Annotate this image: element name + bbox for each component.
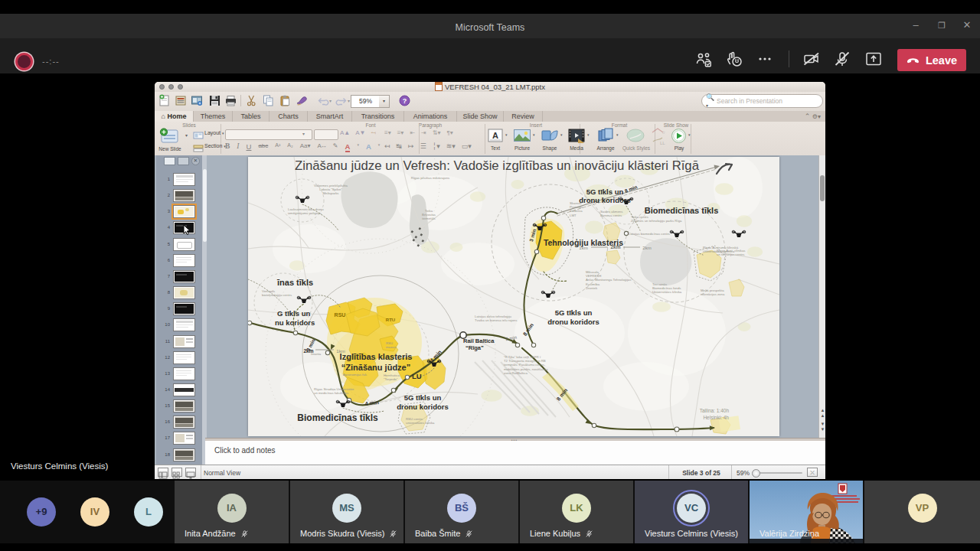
slide-thumbnail-8[interactable] — [173, 286, 195, 299]
ribbon-tab-review[interactable]: Review — [504, 111, 543, 122]
overflow-avatar-L[interactable]: L — [134, 497, 163, 527]
ribbon-tab-themes[interactable]: Themes — [194, 111, 233, 122]
redo-button[interactable] — [335, 94, 348, 107]
slide-sorter-view-button[interactable] — [172, 468, 182, 477]
normal-view-button[interactable] — [158, 468, 168, 477]
slide-thumbnail-10[interactable] — [173, 318, 195, 331]
new-presentation-button[interactable] — [158, 94, 172, 107]
paste-button[interactable] — [279, 94, 292, 107]
slide-canvas[interactable]: Zināšanu jūdze un Vefresh: Vadošie izglī… — [248, 157, 779, 436]
minimize-button[interactable]: – — [903, 14, 929, 38]
close-panel-button[interactable]: ✕ — [191, 157, 200, 165]
editor-scrollbar[interactable]: ▲▲ ▼▼ — [818, 155, 825, 438]
participant-tile-viesturs-celmins-viesis[interactable]: VCViesturs Celmins (Viesis) — [635, 481, 748, 543]
leave-button[interactable]: Leave — [897, 49, 966, 71]
map-label: RSU — [335, 312, 346, 318]
ribbon-tab-animations[interactable]: Animations — [404, 111, 457, 122]
ribbon-collapse-and-settings[interactable]: ⌃ ⚙▾ — [805, 111, 821, 122]
editor-scrollbar-thumb[interactable] — [820, 175, 825, 201]
section-button[interactable]: Section ▾ — [204, 143, 226, 148]
zoom-slider-knob[interactable] — [752, 469, 760, 478]
insert-media-button[interactable] — [567, 128, 586, 143]
new-slide-dropdown: ▾ — [185, 132, 188, 138]
cut-button[interactable] — [245, 94, 258, 107]
font-name-field[interactable] — [225, 129, 312, 140]
close-button[interactable]: ✕ — [954, 14, 980, 38]
copy-button[interactable] — [262, 94, 275, 107]
ppt-title-bar[interactable]: VEFRESH 04_03_21 LMT.pptx — [155, 82, 825, 93]
quick-styles-button[interactable] — [626, 128, 645, 143]
ribbon-tab-home[interactable]: ⌂ Home — [155, 111, 194, 122]
previous-slide-button[interactable]: ▲▲ — [819, 408, 825, 419]
show-participants-button[interactable] — [694, 50, 714, 68]
participant-tile-inita-and-ne[interactable]: IAInita Andžāne — [175, 481, 289, 543]
slide-thumbnail-18[interactable] — [173, 448, 195, 461]
slide-thumbnail-7[interactable] — [173, 270, 195, 283]
play-slideshow-button[interactable] — [671, 128, 687, 144]
slides-view-tab[interactable] — [164, 157, 175, 165]
insert-shape-button[interactable] — [541, 128, 559, 143]
mic-off-button[interactable] — [832, 50, 852, 68]
participant-tile-liene-kubi-us[interactable]: LKLiene Kubiļus — [520, 481, 633, 543]
ribbon-tab-transitions[interactable]: Transitions — [352, 111, 404, 122]
slide-thumbnail-6[interactable] — [173, 254, 195, 267]
slide-thumbnail-12[interactable] — [173, 351, 195, 364]
ribbon-tab-slide-show[interactable]: Slide Show — [457, 111, 504, 122]
mic-muted-icon — [585, 530, 593, 538]
play-label: Play — [666, 145, 692, 151]
slide-thumbnail-4[interactable] — [173, 221, 195, 234]
slide-thumbnail-5[interactable] — [173, 238, 195, 251]
insert-picture-button[interactable] — [513, 128, 531, 143]
format-painter-button[interactable] — [296, 94, 309, 107]
search-in-presentation-field[interactable]: 🔍▾ Search in Presentation — [701, 94, 823, 108]
ribbon-tab-smartart[interactable]: SmartArt — [308, 111, 352, 122]
font-size-field[interactable] — [314, 129, 338, 140]
slide-thumbnail-2[interactable] — [173, 189, 195, 202]
toolbar-zoom-value[interactable]: 59% — [351, 95, 381, 108]
slide-thumbnail-15[interactable] — [173, 399, 195, 412]
outline-view-tab[interactable] — [178, 157, 189, 165]
slideshow-view-button[interactable] — [185, 468, 196, 477]
print-button[interactable] — [224, 94, 237, 107]
reactions-button[interactable] — [724, 50, 744, 68]
paragraph-list-buttons[interactable]: ≡▾≡▾⇤⇥⇅▾¶▾ — [384, 129, 484, 136]
layout-button[interactable]: Layout ▾ — [204, 130, 224, 135]
ribbon-tab-tables[interactable]: Tables — [233, 111, 270, 122]
status-zoom-slider[interactable] — [755, 472, 802, 474]
thumbnail-number: 8 — [162, 290, 170, 295]
restore-button[interactable]: ❐ — [929, 14, 955, 38]
mic-muted-icon — [240, 530, 249, 538]
slide-thumbnail-13[interactable] — [173, 367, 195, 380]
slide-thumbnail-14[interactable] — [173, 383, 195, 396]
participant-tile-modris-skudra-viesis[interactable]: MSModris Skudra (Viesis) — [290, 481, 403, 543]
slide-thumbnail-11[interactable] — [173, 335, 195, 348]
toolbar-zoom-dropdown[interactable]: ▾ — [379, 95, 390, 108]
share-screen-button[interactable] — [864, 50, 884, 68]
new-slide-button[interactable] — [159, 128, 179, 145]
participant-tile-val-rija-zirdzi-a[interactable]: Valērija Zirdziņa — [750, 481, 863, 543]
more-actions-button[interactable] — [755, 50, 775, 68]
save-button[interactable] — [208, 94, 221, 107]
slide-thumbnail-9[interactable] — [173, 302, 195, 315]
slide-thumbnail-17[interactable] — [173, 432, 195, 445]
help-button[interactable]: ? — [398, 94, 411, 107]
insert-text-button[interactable]: A — [487, 128, 504, 143]
open-button[interactable] — [175, 94, 188, 107]
status-view-name: Normal View — [204, 469, 240, 477]
overflow-avatar-plus9[interactable]: +9 — [27, 497, 56, 527]
slide-thumbnail-3[interactable] — [173, 205, 195, 218]
arrange-button[interactable] — [596, 128, 615, 143]
participant-name: Inita Andžāne — [185, 529, 249, 538]
ribbon-tab-charts[interactable]: Charts — [270, 111, 308, 122]
fit-slide-button[interactable]: ⤫ — [807, 468, 818, 477]
participant-tile-baiba-mite[interactable]: BŠBaiba Šmite — [405, 481, 518, 543]
avatar: VC — [677, 494, 706, 523]
next-slide-button[interactable]: ▼▼ — [819, 422, 825, 432]
overflow-avatar-IV[interactable]: IV — [80, 497, 109, 527]
camera-off-button[interactable] — [802, 50, 822, 68]
participant-tile-vp[interactable]: VP — [864, 481, 980, 543]
gallery-button[interactable] — [191, 94, 204, 107]
undo-button[interactable] — [316, 94, 329, 107]
slide-thumbnail-1[interactable] — [173, 173, 195, 186]
slide-thumbnail-16[interactable] — [173, 416, 195, 429]
